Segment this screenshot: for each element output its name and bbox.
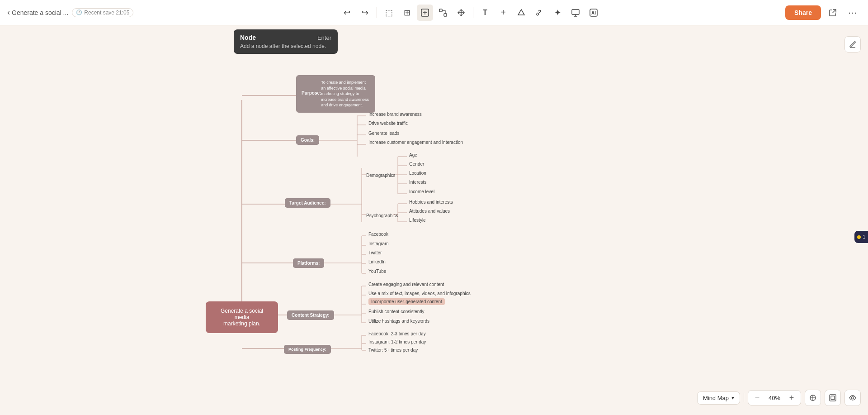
svg-text:AI: AI: [591, 10, 596, 15]
divider: [744, 393, 744, 402]
topbar: ‹ Generate a social ... 🕐 Recent save 21…: [0, 0, 868, 25]
back-button[interactable]: ‹ Generate a social ...: [7, 8, 68, 17]
zoom-in-button[interactable]: +: [786, 392, 797, 403]
toolbar: ↩ ↪ ⬚ ⊞ T +: [170, 5, 770, 21]
goals-leaf-4[interactable]: Increase customer engagement and interac…: [368, 140, 463, 145]
zoom-in-button[interactable]: +: [495, 5, 511, 21]
target-audience-badge: Target Audience:: [285, 198, 330, 208]
psycho-leaf-lifestyle[interactable]: Lifestyle: [409, 218, 426, 223]
save-label: Recent save 21:05: [84, 10, 129, 16]
platform-leaf-facebook[interactable]: Facebook: [368, 232, 388, 237]
tooltip-title: Node: [240, 34, 256, 41]
demo-leaf-gender[interactable]: Gender: [409, 162, 424, 167]
tooltip-description: Add a node after the selected node.: [240, 43, 331, 49]
platform-leaf-linkedin[interactable]: LinkedIn: [368, 259, 386, 264]
zoom-out-button[interactable]: −: [752, 392, 763, 403]
content-strategy-badge: Content Strategy:: [287, 310, 334, 320]
clock-icon: 🕐: [76, 10, 82, 15]
map-type-selector[interactable]: Mind Map ▾: [697, 391, 740, 405]
platform-leaf-twitter[interactable]: Twitter: [368, 250, 382, 255]
present-button[interactable]: [567, 5, 584, 21]
svg-rect-65: [830, 395, 836, 401]
link-tool-button[interactable]: [531, 5, 547, 21]
posting-leaf-2[interactable]: Instagram: 1-2 times per day: [368, 339, 426, 344]
canvas[interactable]: Generate a social media marketing plan. …: [0, 25, 868, 415]
back-chevron-icon: ‹: [7, 8, 10, 17]
svg-rect-7: [572, 10, 579, 14]
demo-leaf-age[interactable]: Age: [409, 153, 417, 157]
goals-leaf-1[interactable]: Increase brand awareness: [368, 112, 422, 117]
add-node-button[interactable]: [417, 5, 433, 21]
demo-leaf-income[interactable]: Income level: [409, 189, 434, 194]
purpose-label: Purpose:: [302, 91, 321, 95]
content-leaf-2[interactable]: Use a mix of text, images, videos, and i…: [368, 291, 471, 296]
bottom-controls: Mind Map ▾ − 40% +: [697, 390, 861, 406]
demo-leaf-interests[interactable]: Interests: [409, 180, 426, 185]
edit-panel-button[interactable]: [844, 36, 861, 52]
svg-point-67: [852, 397, 854, 399]
platform-leaf-youtube[interactable]: YouTube: [368, 269, 386, 274]
sparkle-button[interactable]: ✦: [549, 5, 566, 21]
map-type-label: Mind Map: [703, 395, 729, 401]
demographics-node[interactable]: Demographics: [366, 171, 395, 179]
goals-leaf-3[interactable]: Generate leads: [368, 131, 399, 136]
platforms-node[interactable]: Platforms:: [293, 258, 324, 268]
move-tool-button[interactable]: [453, 5, 469, 21]
platform-leaf-instagram[interactable]: Instagram: [368, 241, 388, 246]
psycho-leaf-hobbies[interactable]: Hobbies and interests: [409, 200, 453, 205]
chevron-down-icon: ▾: [731, 395, 734, 401]
undo-button[interactable]: ↩: [339, 5, 355, 21]
zoom-level-display: 40%: [766, 395, 783, 401]
zoom-controls: − 40% +: [748, 390, 801, 405]
purpose-desc: To create and implement an effective soc…: [321, 80, 370, 108]
connector-tool-button[interactable]: [435, 5, 451, 21]
text-tool-button[interactable]: T: [477, 5, 493, 21]
tooltip-header: Node Enter: [240, 34, 331, 41]
target-audience-node[interactable]: Target Audience:: [285, 198, 330, 208]
toolbar-divider-2: [473, 7, 473, 18]
redo-button[interactable]: ↪: [357, 5, 373, 21]
external-link-button[interactable]: [825, 5, 841, 21]
right-panel: [844, 36, 861, 52]
content-strategy-node[interactable]: Content Strategy:: [287, 310, 334, 320]
shape-tool-button[interactable]: [513, 5, 529, 21]
content-leaf-3[interactable]: Incorporate user-generated content: [368, 299, 445, 304]
psycho-leaf-attitudes[interactable]: Attitudes and values: [409, 209, 450, 214]
purpose-node[interactable]: Purpose: To create and implement an effe…: [296, 75, 375, 113]
content-leaf-5[interactable]: Utilize hashtags and keywords: [368, 319, 429, 324]
eye-view-button[interactable]: [844, 390, 861, 406]
content-leaf-4[interactable]: Publish content consistently: [368, 309, 424, 314]
notification-dot: [857, 235, 861, 239]
psychographics-node[interactable]: Psychographics: [366, 211, 398, 219]
posting-leaf-3[interactable]: Twitter: 5+ times per day: [368, 348, 418, 353]
snap-to-grid-button[interactable]: [805, 390, 821, 406]
svg-rect-66: [831, 396, 835, 400]
notification-badge[interactable]: 1: [854, 231, 868, 243]
svg-rect-4: [444, 14, 447, 16]
node-tooltip: Node Enter Add a node after the selected…: [234, 29, 338, 54]
demographics-label: Demographics: [366, 173, 395, 178]
goals-leaf-2[interactable]: Drive website traffic: [368, 121, 408, 126]
posting-leaf-1[interactable]: Facebook: 2-3 times per day: [368, 331, 426, 336]
mindmap-container: Generate a social media marketing plan. …: [0, 25, 868, 415]
topbar-right: Share ···: [770, 5, 861, 21]
mindmap-connections: [0, 25, 868, 415]
doc-title: Generate a social ...: [12, 9, 68, 16]
root-node[interactable]: Generate a social media marketing plan.: [206, 301, 278, 333]
fit-view-button[interactable]: [825, 390, 841, 406]
content-leaf-1[interactable]: Create engaging and relevant content: [368, 282, 444, 287]
svg-rect-3: [439, 9, 442, 12]
topbar-left: ‹ Generate a social ... 🕐 Recent save 21…: [7, 8, 170, 17]
more-options-button[interactable]: ···: [844, 5, 861, 21]
share-button[interactable]: Share: [785, 5, 821, 20]
toolbar-divider-1: [377, 7, 377, 18]
select-tool-button[interactable]: ⬚: [381, 5, 397, 21]
platforms-badge: Platforms:: [293, 258, 324, 268]
goals-node[interactable]: Goals:: [296, 135, 319, 145]
frame-tool-button[interactable]: ⊞: [399, 5, 415, 21]
save-info: 🕐 Recent save 21:05: [72, 8, 133, 17]
demo-leaf-location[interactable]: Location: [409, 171, 426, 176]
notification-label: 1: [863, 234, 865, 239]
posting-frequency-node[interactable]: Posting Frequency:: [284, 345, 331, 354]
ai-mode-button[interactable]: AI: [585, 5, 602, 21]
